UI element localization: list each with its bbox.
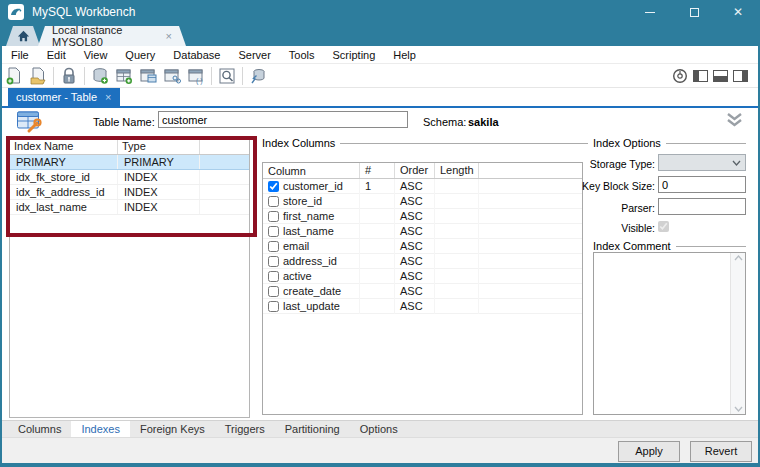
new-query-tab-icon[interactable] — [2, 65, 26, 87]
tab-partitioning[interactable]: Partitioning — [275, 421, 350, 437]
connection-tab-close-icon[interactable]: × — [166, 30, 172, 42]
toggle-left-panel-icon[interactable] — [693, 70, 708, 82]
toggle-right-panel-icon[interactable] — [733, 70, 748, 82]
close-icon[interactable]: ✕ — [716, 0, 760, 24]
index-options-title: Index Options — [593, 137, 666, 149]
window-border-bottom — [0, 463, 760, 467]
menu-edit[interactable]: Edit — [38, 49, 75, 61]
indexes-list-grid: Index Name Type PRIMARY PRIMARY idx_fk_s… — [9, 138, 250, 418]
scroll-down-icon[interactable] — [734, 406, 743, 412]
column-checkbox[interactable] — [268, 286, 279, 297]
index-columns-grid: Column # Order Length customer_id 1 ASC … — [262, 162, 583, 415]
column-row-email[interactable]: email ASC — [263, 239, 582, 254]
column-row-store-id[interactable]: store_id ASC — [263, 194, 582, 209]
column-checkbox[interactable] — [268, 256, 279, 267]
column-row-address-id[interactable]: address_id ASC — [263, 254, 582, 269]
column-checkbox[interactable] — [268, 181, 279, 192]
column-row-last-name[interactable]: last_name ASC — [263, 224, 582, 239]
window-border-left — [0, 0, 2, 467]
connection-tab-strip: Local instance MYSQL80 × — [0, 24, 760, 46]
header-type[interactable]: Type — [118, 139, 200, 154]
table-name-input[interactable] — [158, 111, 408, 128]
chevron-down-icon — [732, 160, 741, 166]
index-row-idx-fk-address-id[interactable]: idx_fk_address_id INDEX — [10, 185, 249, 200]
index-row-primary[interactable]: PRIMARY PRIMARY — [10, 155, 249, 170]
parser-label: Parser: — [577, 202, 655, 214]
column-row-first-name[interactable]: first_name ASC — [263, 209, 582, 224]
create-function-icon[interactable]: ( ) — [184, 65, 208, 87]
menu-query[interactable]: Query — [116, 49, 164, 61]
column-row-customer-id[interactable]: customer_id 1 ASC — [263, 179, 582, 194]
menu-file[interactable]: File — [2, 49, 38, 61]
column-checkbox[interactable] — [268, 301, 279, 312]
create-schema-icon[interactable] — [88, 65, 112, 87]
create-table-icon[interactable] — [112, 65, 136, 87]
search-data-icon[interactable] — [215, 65, 239, 87]
table-name-label: Table Name: — [93, 116, 155, 128]
reconnect-dbms-icon[interactable] — [246, 65, 270, 87]
schema-value: sakila — [468, 116, 499, 128]
header-index-name[interactable]: Index Name — [10, 139, 118, 154]
toolbar-right-group — [672, 65, 748, 87]
column-checkbox[interactable] — [268, 226, 279, 237]
index-comment-textarea[interactable] — [593, 252, 746, 415]
open-script-icon[interactable] — [26, 65, 50, 87]
visible-checkbox[interactable] — [658, 221, 669, 232]
visible-label: Visible: — [577, 222, 655, 234]
index-columns-grid-header: Column # Order Length — [263, 163, 582, 179]
menu-scripting[interactable]: Scripting — [324, 49, 385, 61]
tab-foreign-keys[interactable]: Foreign Keys — [130, 421, 215, 437]
comment-scrollbar[interactable] — [730, 253, 745, 414]
index-columns-title: Index Columns — [262, 137, 340, 149]
column-row-create-date[interactable]: create_date ASC — [263, 284, 582, 299]
column-row-active[interactable]: active ASC — [263, 269, 582, 284]
header-order[interactable]: Order — [395, 163, 435, 178]
menu-tools[interactable]: Tools — [280, 49, 324, 61]
key-block-size-input[interactable] — [658, 176, 746, 193]
parser-input[interactable] — [658, 198, 746, 215]
create-view-icon[interactable] — [136, 65, 160, 87]
column-checkbox[interactable] — [268, 241, 279, 252]
index-row-idx-fk-store-id[interactable]: idx_fk_store_id INDEX — [10, 170, 249, 185]
schema-label: Schema: — [423, 116, 466, 128]
menu-database[interactable]: Database — [164, 49, 229, 61]
object-inspector-icon[interactable] — [57, 65, 81, 87]
storage-type-select[interactable] — [658, 154, 746, 171]
tab-options[interactable]: Options — [350, 421, 408, 437]
performance-dashboard-icon[interactable] — [672, 68, 688, 84]
document-tab-label: customer - Table — [16, 91, 97, 103]
index-row-idx-last-name[interactable]: idx_last_name INDEX — [10, 200, 249, 215]
scroll-up-icon[interactable] — [734, 255, 743, 261]
column-checkbox[interactable] — [268, 196, 279, 207]
create-procedure-icon[interactable] — [160, 65, 184, 87]
home-tab[interactable] — [6, 26, 40, 46]
menu-bar: File Edit View Query Database Server Too… — [2, 46, 758, 64]
header-length[interactable]: Length — [435, 163, 479, 178]
active-tab-underline — [0, 106, 760, 108]
home-icon — [17, 30, 30, 42]
column-row-last-update[interactable]: last_update ASC — [263, 299, 582, 314]
menu-view[interactable]: View — [75, 49, 117, 61]
mysql-dolphin-icon — [8, 4, 24, 20]
index-columns-groupline — [340, 143, 588, 144]
toggle-bottom-panel-icon[interactable] — [713, 70, 728, 82]
minimize-icon[interactable] — [628, 0, 672, 24]
document-tab-customer-table[interactable]: customer - Table × — [8, 88, 120, 106]
header-column[interactable]: Column — [263, 163, 360, 178]
column-checkbox[interactable] — [268, 211, 279, 222]
connection-tab[interactable]: Local instance MYSQL80 × — [38, 26, 186, 46]
column-checkbox[interactable] — [268, 271, 279, 282]
double-chevron-down-icon[interactable] — [726, 112, 743, 129]
document-tab-close-icon[interactable]: × — [105, 91, 111, 103]
tab-triggers[interactable]: Triggers — [215, 421, 275, 437]
document-tab-strip: customer - Table × — [2, 88, 758, 106]
apply-button[interactable]: Apply — [618, 441, 680, 462]
menu-help[interactable]: Help — [384, 49, 425, 61]
storage-type-label: Storage Type: — [577, 158, 655, 170]
tab-columns[interactable]: Columns — [8, 421, 71, 437]
revert-button[interactable]: Revert — [690, 441, 752, 462]
menu-server[interactable]: Server — [229, 49, 279, 61]
tab-indexes[interactable]: Indexes — [71, 421, 130, 437]
header-seq[interactable]: # — [360, 163, 395, 178]
maximize-icon[interactable] — [672, 0, 716, 24]
